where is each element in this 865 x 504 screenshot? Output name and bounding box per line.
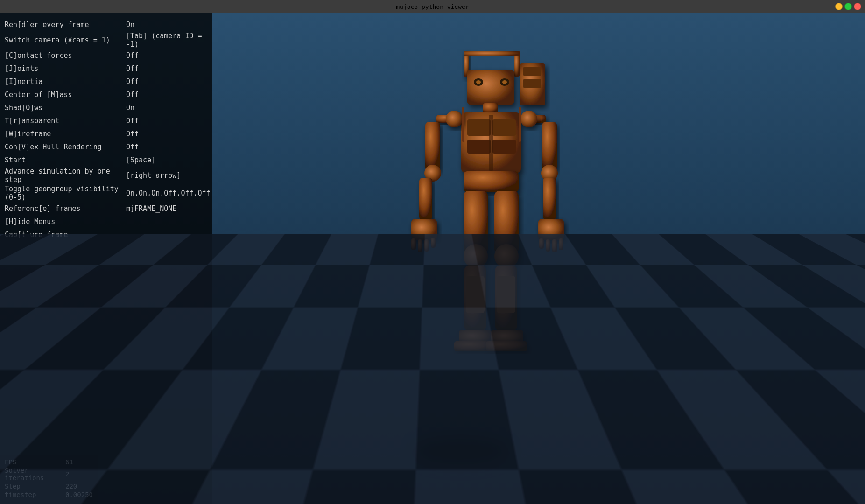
menu-solo-label-14: [H]ide Menus: [5, 217, 55, 226]
stat-value-1: 2: [65, 470, 69, 478]
robot-figure: [394, 38, 590, 411]
menu-label-4: [I]nertia: [5, 77, 126, 86]
window-controls[interactable]: [835, 3, 861, 10]
svg-rect-17: [489, 115, 493, 171]
menu-label-6: Shad[O]ws: [5, 104, 126, 112]
menu-row-7[interactable]: T[r]ansparentOff: [5, 115, 208, 127]
stats-panel: FPS61Solver iterations2Step220timestep0.…: [0, 455, 98, 504]
close-button[interactable]: [854, 3, 861, 10]
menu-value-3: Off: [126, 64, 208, 73]
svg-rect-23: [419, 178, 432, 220]
svg-rect-24: [411, 219, 437, 240]
svg-point-7: [502, 80, 507, 84]
svg-point-30: [520, 111, 537, 127]
window-title: mujoco-python-viewer: [396, 3, 469, 10]
menu-value-8: Off: [126, 130, 208, 138]
menu-label-11: Advance simulation by one step: [5, 167, 126, 184]
menu-label-3: [J]oints: [5, 64, 126, 73]
menu-row-8[interactable]: [W]ireframeOff: [5, 128, 208, 140]
menu-value-12: On,On,On,Off,Off,Off: [126, 189, 211, 197]
menu-value-7: Off: [126, 117, 208, 125]
svg-rect-13: [467, 119, 491, 136]
svg-rect-48: [497, 276, 515, 313]
menu-label-5: Center of [M]ass: [5, 91, 126, 99]
menu-label-10: Start: [5, 156, 126, 164]
svg-rect-18: [464, 171, 519, 192]
svg-rect-35: [539, 238, 544, 249]
menu-row-0[interactable]: Ren[d]er every frameOn: [5, 19, 208, 31]
menu-row-9[interactable]: Con[V]ex Hull RenderingOff: [5, 141, 208, 153]
svg-rect-21: [425, 122, 440, 171]
svg-rect-2: [464, 51, 520, 56]
svg-point-6: [476, 80, 481, 84]
svg-rect-14: [492, 119, 516, 136]
svg-rect-3: [467, 70, 514, 105]
menu-row-6[interactable]: Shad[O]wsOn: [5, 102, 208, 114]
stat-value-2: 220: [65, 483, 77, 490]
menu-value-2: Off: [126, 51, 208, 60]
titlebar: mujoco-python-viewer: [0, 0, 865, 13]
svg-point-20: [446, 111, 463, 127]
svg-rect-28: [431, 238, 436, 248]
menu-label-8: [W]ireframe: [5, 130, 126, 138]
svg-rect-33: [543, 178, 556, 220]
svg-rect-25: [411, 238, 416, 250]
svg-rect-15: [467, 140, 491, 154]
menu-label-9: Con[V]ex Hull Rendering: [5, 143, 126, 151]
stat-label-2: Step: [5, 483, 65, 490]
menu-row-15[interactable]: Cap[t]ure frame: [5, 229, 208, 241]
stat-row-3: timestep0.00250: [5, 491, 93, 498]
svg-rect-10: [523, 79, 541, 88]
menu-row-5[interactable]: Center of [M]assOff: [5, 89, 208, 101]
menu-row-4[interactable]: [I]nertiaOff: [5, 76, 208, 88]
svg-rect-9: [523, 67, 541, 76]
menu-label-7: T[r]ansparent: [5, 117, 126, 125]
svg-rect-16: [492, 140, 516, 154]
menu-label-2: [C]ontact forces: [5, 51, 126, 60]
menu-value-13: mjFRAME_NONE: [126, 204, 208, 213]
menu-row-1[interactable]: Switch camera (#cams = 1)[Tab] (camera I…: [5, 32, 208, 49]
menu-row-14[interactable]: [H]ide Menus: [5, 216, 208, 228]
stat-label-3: timestep: [5, 491, 65, 498]
menu-value-6: On: [126, 104, 208, 112]
menu-row-10[interactable]: Start[Space]: [5, 154, 208, 166]
svg-rect-38: [559, 238, 563, 250]
menu-row-13[interactable]: Referenc[e] framesmjFRAME_NONE: [5, 203, 208, 215]
svg-rect-51: [519, 107, 521, 142]
menu-solo-label-15: Cap[t]ure frame: [5, 231, 68, 239]
menu-value-10: [Space]: [126, 156, 208, 164]
menu-value-5: Off: [126, 91, 208, 99]
svg-point-46: [494, 244, 519, 268]
menu-value-0: On: [126, 21, 208, 29]
minimize-button[interactable]: [835, 3, 843, 10]
svg-rect-31: [542, 122, 557, 171]
svg-rect-11: [483, 103, 498, 113]
menu-value-4: Off: [126, 77, 208, 86]
svg-rect-52: [462, 107, 464, 142]
svg-rect-27: [424, 239, 429, 252]
stats-list: FPS61Solver iterations2Step220timestep0.…: [5, 458, 93, 498]
stat-label-1: Solver iterations: [5, 467, 65, 482]
menu-value-1: [Tab] (camera ID = -1): [126, 32, 208, 49]
stat-value-3: 0.00250: [65, 491, 93, 498]
stat-value-0: 61: [65, 458, 73, 466]
svg-rect-50: [486, 341, 527, 351]
svg-rect-37: [552, 239, 557, 252]
stat-row-2: Step220: [5, 483, 93, 490]
menu-row-11[interactable]: Advance simulation by one step[right arr…: [5, 167, 208, 184]
svg-rect-34: [538, 219, 564, 240]
menu-row-12[interactable]: Toggle geomgroup visibility (0-5)On,On,O…: [5, 185, 208, 202]
main-area: Ren[d]er every frameOnSwitch camera (#ca…: [0, 13, 865, 504]
menu-row-3[interactable]: [J]ointsOff: [5, 63, 208, 75]
robot-shadow: [414, 437, 507, 465]
menu-value-11: [right arrow]: [126, 171, 208, 180]
menu-label-12: Toggle geomgroup visibility (0-5): [5, 185, 126, 202]
menu-value-9: Off: [126, 143, 208, 151]
stat-row-1: Solver iterations2: [5, 467, 93, 482]
menu-label-0: Ren[d]er every frame: [5, 21, 126, 29]
menu-label-13: Referenc[e] frames: [5, 204, 126, 213]
menu-row-2[interactable]: [C]ontact forcesOff: [5, 49, 208, 62]
svg-point-40: [464, 244, 488, 268]
svg-rect-36: [546, 239, 550, 252]
maximize-button[interactable]: [844, 3, 852, 10]
